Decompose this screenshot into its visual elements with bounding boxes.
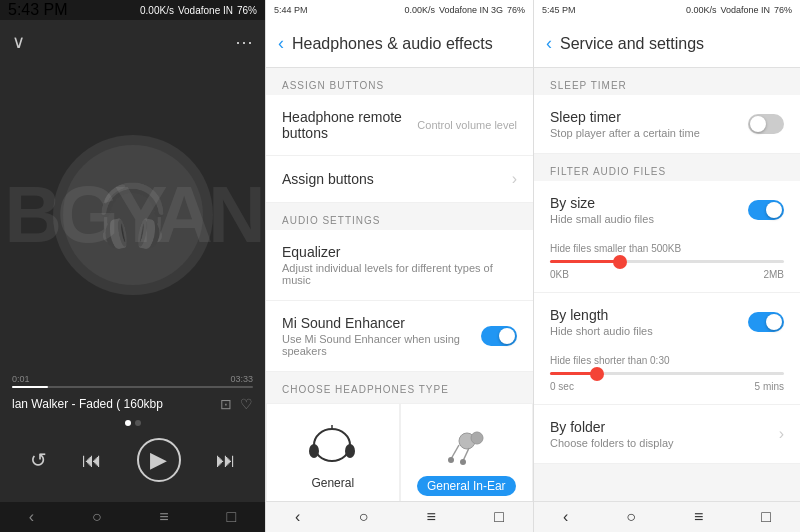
headphone-general-in-ear-img (436, 420, 496, 470)
cast-icon[interactable]: ⊡ (220, 396, 232, 412)
audio-panel-header: ‹ Headphones & audio effects (266, 20, 533, 68)
service-nav-bar: ‹ ○ ≡ □ (534, 501, 800, 532)
audio-status-bar: 5:44 PM 0.00K/s Vodafone IN 3G 76% (266, 0, 533, 20)
back-nav-icon[interactable]: ‹ (29, 508, 34, 526)
by-folder-subtitle: Choose folders to display (550, 437, 779, 449)
mi-sound-title: Mi Sound Enhancer (282, 315, 481, 331)
album-circle: 🎧 (53, 135, 213, 295)
by-length-slider-track[interactable] (550, 372, 784, 375)
audio-menu-nav[interactable]: ≡ (427, 508, 436, 526)
by-folder-chevron-icon: › (779, 425, 784, 443)
headphone-general-item[interactable]: General (266, 403, 400, 501)
service-back-nav[interactable]: ‹ (563, 508, 568, 526)
time-current: 0:01 (12, 374, 30, 384)
square-nav-icon[interactable]: □ (226, 508, 236, 526)
by-size-slider-label: Hide files smaller than 500KB (550, 243, 784, 254)
audio-panel-title: Headphones & audio effects (292, 35, 493, 53)
sleep-timer-item[interactable]: Sleep timer Stop player after a certain … (534, 95, 800, 154)
audio-back-button[interactable]: ‹ (278, 33, 284, 54)
svg-point-9 (460, 459, 466, 465)
audio-back-nav[interactable]: ‹ (295, 508, 300, 526)
player-song-info: lan Walker - Faded ( 160kbp ⊡ ♡ (12, 396, 253, 412)
more-icon[interactable]: ⋯ (235, 31, 253, 53)
by-size-title: By size (550, 195, 748, 211)
svg-line-6 (451, 445, 459, 459)
home-nav-icon[interactable]: ○ (92, 508, 102, 526)
sleep-timer-toggle[interactable] (748, 114, 784, 134)
service-home-nav[interactable]: ○ (626, 508, 636, 526)
by-size-slider-track[interactable] (550, 260, 784, 263)
headphone-general-in-ear-label: General In-Ear (417, 476, 516, 496)
audio-panel-content: ASSIGN BUTTONS Headphone remote buttons … (266, 68, 533, 501)
by-folder-left: By folder Choose folders to display (550, 419, 779, 449)
by-size-slider-container: Hide files smaller than 500KB 0KB 2MB (534, 239, 800, 292)
chevron-down-icon[interactable]: ∨ (12, 31, 25, 53)
svg-point-0 (314, 429, 350, 461)
audio-nav-bar: ‹ ○ ≡ □ (266, 501, 533, 532)
svg-point-2 (345, 444, 355, 458)
headphone-remote-left: Headphone remote buttons (282, 109, 417, 141)
time-total: 03:33 (230, 374, 253, 384)
by-length-slider-container: Hide files shorter than 0:30 0 sec 5 min… (534, 351, 800, 404)
by-size-toggle[interactable] (748, 200, 784, 220)
service-status-speed: 0.00K/s (686, 5, 717, 15)
by-size-left: By size Hide small audio files (550, 195, 748, 225)
sleep-timer-left: Sleep timer Stop player after a certain … (550, 109, 748, 139)
headphone-general-in-ear-item[interactable]: General In-Ear (400, 403, 534, 501)
mi-sound-subtitle: Use Mi Sound Enhancer when using speaker… (282, 333, 481, 357)
headphone-general-img (303, 420, 363, 470)
player-controls: ↺ ⏮ ▶ ⏭ (12, 434, 253, 494)
service-settings-panel: 5:45 PM 0.00K/s Vodafone IN 76% ‹ Servic… (533, 0, 800, 532)
song-name: lan Walker - Faded ( 160kbp (12, 397, 163, 411)
service-status-network: Vodafone IN (720, 5, 770, 15)
headphone-icon: 🎧 (95, 180, 170, 251)
audio-status-network: Vodafone IN 3G (439, 5, 503, 15)
heart-icon[interactable]: ♡ (240, 396, 253, 412)
svg-line-7 (463, 448, 469, 461)
player-progress-bar[interactable] (12, 386, 253, 388)
service-status-time: 5:45 PM (542, 5, 576, 15)
by-size-min: 0KB (550, 269, 569, 280)
service-back-button[interactable]: ‹ (546, 33, 552, 54)
equalizer-subtitle: Adjust individual levels for different t… (282, 262, 517, 286)
mi-sound-toggle[interactable] (481, 326, 517, 346)
headphone-remote-item[interactable]: Headphone remote buttons Control volume … (266, 95, 533, 156)
by-length-slider-label: Hide files shorter than 0:30 (550, 355, 784, 366)
by-length-block: By length Hide short audio files Hide fi… (534, 293, 800, 405)
headphone-remote-title: Headphone remote buttons (282, 109, 417, 141)
repeat-button[interactable]: ↺ (30, 448, 47, 472)
by-length-toggle[interactable] (748, 312, 784, 332)
by-folder-item[interactable]: By folder Choose folders to display › (534, 405, 800, 464)
audio-settings-section-label: AUDIO SETTINGS (266, 203, 533, 230)
by-length-slider-thumb (590, 367, 604, 381)
player-time-bar: 0:01 03:33 (12, 374, 253, 384)
mi-sound-item[interactable]: Mi Sound Enhancer Use Mi Sound Enhancer … (266, 301, 533, 372)
song-action-icons: ⊡ ♡ (220, 396, 253, 412)
assign-buttons-item[interactable]: Assign buttons › (266, 156, 533, 203)
headphones-audio-panel: 5:44 PM 0.00K/s Vodafone IN 3G 76% ‹ Hea… (265, 0, 533, 532)
service-menu-nav[interactable]: ≡ (694, 508, 703, 526)
audio-home-nav[interactable]: ○ (359, 508, 369, 526)
play-button[interactable]: ▶ (137, 438, 181, 482)
audio-square-nav[interactable]: □ (494, 508, 504, 526)
player-status-speed: 0.00K/s (140, 5, 174, 16)
player-status-network: Vodafone IN (178, 5, 233, 16)
service-square-nav[interactable]: □ (761, 508, 771, 526)
by-folder-title: By folder (550, 419, 779, 435)
by-size-knob (766, 202, 782, 218)
next-button[interactable]: ⏭ (216, 449, 236, 472)
prev-button[interactable]: ⏮ (82, 449, 102, 472)
equalizer-item[interactable]: Equalizer Adjust individual levels for d… (266, 230, 533, 301)
assign-chevron-icon: › (512, 170, 517, 188)
page-dots (12, 420, 253, 426)
service-panel-title: Service and settings (560, 35, 704, 53)
dot-1 (125, 420, 131, 426)
audio-status-battery: 76% (507, 5, 525, 15)
sleep-timer-subtitle: Stop player after a certain time (550, 127, 748, 139)
album-art-area: 🎧 BGYAN (0, 64, 265, 366)
service-status-bar: 5:45 PM 0.00K/s Vodafone IN 76% (534, 0, 800, 20)
menu-nav-icon[interactable]: ≡ (159, 508, 168, 526)
assign-buttons-section-label: ASSIGN BUTTONS (266, 68, 533, 95)
by-length-left: By length Hide short audio files (550, 307, 748, 337)
by-size-slider-fill (550, 260, 620, 263)
